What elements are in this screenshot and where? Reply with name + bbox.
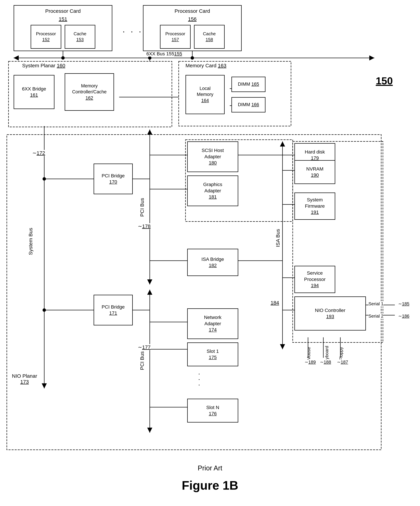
proc-card-151-label: Processor Card bbox=[45, 8, 81, 14]
graphics-181-box: GraphicsAdapter 181 bbox=[187, 175, 238, 206]
graphics-181-label: GraphicsAdapter bbox=[203, 181, 222, 194]
nvram-190-box: NVRAM 190 bbox=[294, 160, 335, 184]
processor-152-label: Processor bbox=[36, 31, 56, 37]
ref-185-label: ∼185 bbox=[398, 301, 409, 306]
cache-158-box: Cache 158 bbox=[194, 25, 225, 49]
floppy-label: Floppy bbox=[338, 347, 344, 360]
pci-bridge-171-box: PCI Bridge 171 bbox=[94, 295, 133, 326]
mouse-label: Mouse bbox=[306, 347, 311, 360]
ref-188-label: ∼188 bbox=[320, 360, 331, 365]
bus-155-label: 6XX Bus 155155 bbox=[146, 51, 182, 57]
svg-marker-35 bbox=[280, 141, 285, 146]
dimm-166-label: DIMM 166 bbox=[238, 102, 259, 108]
svg-marker-6 bbox=[369, 55, 375, 60]
cache-153-label: Cache bbox=[73, 31, 86, 37]
local-mem-164-num: 164 bbox=[201, 98, 209, 104]
service-proc-194-box: ServiceProcessor 194 bbox=[294, 266, 335, 293]
sys-firmware-191-box: SystemFirmware 191 bbox=[294, 193, 335, 220]
cache-158-num: 158 bbox=[206, 37, 213, 43]
nio-ctrl-193-num: 193 bbox=[326, 313, 334, 320]
isa-bridge-182-num: 182 bbox=[209, 262, 217, 268]
system-planar-label: System Planar 160 bbox=[22, 63, 65, 68]
local-mem-164-box: LocalMemory 164 bbox=[186, 75, 225, 114]
network-adapter-174-label: NetworkAdapter bbox=[204, 314, 222, 327]
diagram-container: Processor Card 151 Processor 152 Cache 1… bbox=[0, 0, 420, 506]
proc-card-156-label: Processor Card bbox=[174, 8, 210, 14]
cache-153-num: 153 bbox=[76, 37, 84, 43]
ref-186-label: ∼186 bbox=[398, 313, 409, 319]
sys-firmware-191-num: 191 bbox=[311, 209, 319, 215]
pci-bridge-170-box: PCI Bridge 170 bbox=[94, 164, 133, 194]
slot1-175-box: Slot 1 175 bbox=[187, 342, 238, 366]
ref-184-label: 184 bbox=[271, 300, 279, 306]
service-proc-194-num: 194 bbox=[311, 282, 319, 289]
proc-card-151-num: 151 bbox=[59, 16, 67, 22]
svg-point-18 bbox=[43, 308, 46, 312]
pci-bus-upper-label: PCI Bus bbox=[139, 198, 145, 217]
pci-bridge-171-num: 171 bbox=[109, 310, 117, 316]
scsi-180-label: SCSI HostAdapter bbox=[202, 147, 224, 160]
prior-art-text: Prior Art bbox=[0, 464, 420, 472]
bridge-161-label: 6XX Bridge bbox=[22, 86, 46, 92]
cache-158-label: Cache bbox=[203, 31, 216, 37]
mem-ctrl-162-num: 162 bbox=[85, 95, 93, 101]
svg-point-16 bbox=[43, 177, 46, 180]
processor-157-box: Processor 157 bbox=[160, 25, 191, 49]
nio-ctrl-193-box: NIO Controller 193 bbox=[294, 296, 366, 331]
proc-card-156-box: Processor Card 156 Processor 157 Cache 1… bbox=[143, 5, 242, 51]
ref-187-label: ∼187 bbox=[337, 360, 348, 365]
scsi-180-box: SCSI HostAdapter 180 bbox=[187, 141, 238, 172]
bridge-161-num: 161 bbox=[30, 92, 38, 98]
bridge-161-box: 6XX Bridge 161 bbox=[14, 75, 54, 109]
serial1-label: Serial 1 bbox=[368, 301, 383, 306]
nvram-190-num: 190 bbox=[311, 172, 319, 178]
slot1-175-num: 175 bbox=[209, 354, 217, 360]
svg-point-10 bbox=[191, 56, 194, 60]
nvram-190-label: NVRAM bbox=[306, 166, 323, 172]
pci-bridge-170-label: PCI Bridge bbox=[102, 173, 125, 179]
svg-marker-24 bbox=[147, 290, 152, 295]
service-proc-194-label: ServiceProcessor bbox=[304, 270, 326, 282]
svg-marker-15 bbox=[42, 383, 47, 388]
mem-ctrl-162-label: MemoryController/Cache bbox=[72, 83, 107, 95]
slot1-175-label: Slot 1 bbox=[207, 348, 219, 354]
pci-bus-lower-label: PCI Bus bbox=[139, 351, 145, 370]
memory-card-label: Memory Card 163 bbox=[186, 63, 226, 68]
isa-bridge-182-label: ISA Bridge bbox=[201, 256, 224, 262]
dimm-165-box: DIMM 165 bbox=[232, 77, 265, 92]
slotN-176-label: Slot N bbox=[206, 405, 219, 411]
isa-bus-label: ISA Bus bbox=[275, 229, 281, 247]
svg-marker-21 bbox=[147, 129, 152, 135]
local-mem-164-label: LocalMemory bbox=[197, 86, 213, 97]
isa-bridge-182-box: ISA Bridge 182 bbox=[187, 249, 238, 276]
processor-157-num: 157 bbox=[172, 37, 179, 43]
dimm-166-box: DIMM 166 bbox=[232, 97, 265, 113]
slot-ellipsis: · · · bbox=[196, 373, 203, 387]
svg-marker-36 bbox=[280, 344, 285, 349]
processor-157-label: Processor bbox=[165, 31, 185, 37]
ref-178-label: ∼178 bbox=[138, 223, 151, 229]
svg-point-8 bbox=[61, 56, 65, 60]
proc-card-156-num: 156 bbox=[188, 16, 197, 22]
mem-ctrl-162-box: MemoryController/Cache 162 bbox=[65, 73, 114, 111]
network-adapter-174-box: NetworkAdapter 174 bbox=[187, 308, 238, 339]
network-adapter-174-num: 174 bbox=[209, 327, 217, 333]
pci-bridge-170-num: 170 bbox=[109, 179, 117, 185]
pci-bridge-171-label: PCI Bridge bbox=[102, 304, 125, 310]
dimm-165-label: DIMM 165 bbox=[238, 81, 259, 87]
slotN-176-num: 176 bbox=[209, 411, 217, 417]
ref-189-label: ∼189 bbox=[305, 360, 316, 365]
figure-title: Figure 1B bbox=[0, 478, 420, 492]
processor-152-num: 152 bbox=[42, 37, 50, 43]
hard-disk-179-label: Hard disk bbox=[305, 149, 325, 155]
scsi-180-num: 180 bbox=[209, 160, 217, 166]
svg-point-56 bbox=[148, 56, 151, 60]
ellipsis-dots: · · · bbox=[123, 27, 143, 36]
nio-ctrl-193-label: NIO Controller bbox=[315, 307, 345, 313]
ref-177-label: ∼177 bbox=[138, 344, 151, 350]
ref-172-label: ∼172 bbox=[32, 150, 45, 156]
graphics-181-num: 181 bbox=[209, 194, 217, 200]
system-bus-label: System Bus bbox=[28, 228, 33, 255]
serial2-label: Serial 2 bbox=[368, 313, 383, 319]
slotN-176-box: Slot N 176 bbox=[187, 399, 238, 423]
